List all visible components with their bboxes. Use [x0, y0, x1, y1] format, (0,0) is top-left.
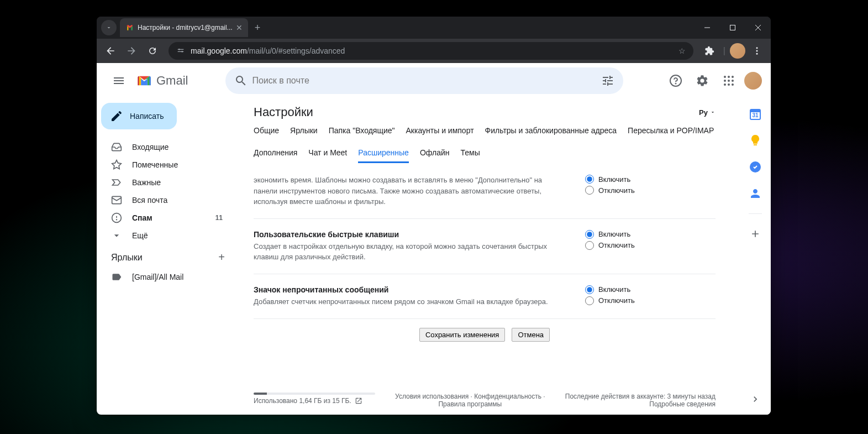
sidebar-item-label: Ещё	[132, 231, 148, 240]
privacy-link[interactable]: Конфиденциальность	[474, 393, 541, 400]
svg-point-9	[728, 76, 730, 78]
settings-tab[interactable]: Фильтры и заблокированные адреса	[485, 126, 617, 139]
apps-button[interactable]	[718, 70, 740, 92]
enable-option[interactable]: Включить	[585, 230, 696, 239]
language-selector[interactable]: Ру	[699, 108, 716, 117]
cancel-button[interactable]: Отмена	[512, 328, 550, 342]
disable-option[interactable]: Отключить	[585, 296, 696, 305]
svg-point-13	[732, 80, 734, 82]
settings-button[interactable]	[691, 70, 713, 92]
compose-button[interactable]: Написать	[101, 103, 177, 129]
gmail-logo-text: Gmail	[156, 74, 188, 88]
sidebar-item-spam[interactable]: Спам11	[97, 209, 229, 227]
disable-option[interactable]: Отключить	[585, 186, 696, 195]
search-input[interactable]	[252, 76, 597, 86]
pencil-icon	[110, 109, 123, 123]
gmail-icon	[136, 73, 152, 88]
inbox-icon	[111, 142, 122, 153]
gmail-favicon	[125, 23, 134, 32]
svg-point-16	[732, 83, 734, 86]
svg-point-12	[728, 80, 730, 82]
sidebar-item-important[interactable]: Важные	[97, 174, 229, 191]
sidebar-item-expand[interactable]: Ещё	[97, 227, 229, 244]
reload-button[interactable]	[143, 41, 162, 60]
bookmark-icon[interactable]: ☆	[678, 46, 686, 55]
enable-option[interactable]: Включить	[585, 285, 696, 294]
search-bar[interactable]	[225, 67, 623, 94]
save-button[interactable]: Сохранить изменения	[419, 328, 506, 342]
forward-button[interactable]	[122, 41, 141, 60]
minimize-button[interactable]	[695, 17, 720, 39]
radio-enable[interactable]	[585, 175, 594, 184]
settings-panel: Настройки Ру ОбщиеЯрлыкиПапка "Входящие"…	[238, 98, 731, 415]
setting-title: Пользовательские быстрые клавиши	[254, 230, 563, 239]
addons-button[interactable]	[749, 227, 762, 240]
settings-tab[interactable]: Пересылка и POP/IMAP	[628, 126, 714, 139]
radio-disable[interactable]	[585, 296, 594, 305]
sidebar-item-mail[interactable]: Вся почта	[97, 191, 229, 209]
tasks-icon[interactable]	[749, 160, 762, 174]
calendar-icon[interactable]: 31	[749, 107, 762, 121]
svg-point-11	[724, 80, 726, 82]
side-panel: 31	[740, 98, 771, 415]
close-window-button[interactable]	[745, 17, 771, 39]
sidebar-item-label: Вся почта	[132, 196, 167, 205]
svg-point-15	[728, 83, 730, 86]
settings-tab[interactable]: Расширенные	[358, 148, 409, 163]
account-avatar[interactable]	[744, 72, 762, 90]
compose-label: Написать	[130, 112, 164, 121]
new-tab-button[interactable]: +	[248, 22, 267, 34]
settings-tab[interactable]: Чат и Meet	[308, 148, 347, 163]
side-panel-toggle[interactable]	[749, 393, 762, 406]
back-button[interactable]	[101, 41, 120, 60]
sidebar-item-inbox[interactable]: Входящие	[97, 138, 229, 156]
add-label-button[interactable]: +	[218, 251, 225, 264]
settings-tab[interactable]: Папка "Входящие"	[329, 126, 395, 139]
expand-icon	[111, 230, 122, 241]
svg-point-2	[181, 51, 183, 53]
radio-disable[interactable]	[585, 241, 594, 250]
storage-progress	[254, 393, 375, 395]
address-bar[interactable]: mail.google.com/mail/u/0/#settings/advan…	[169, 42, 693, 60]
svg-point-14	[724, 83, 726, 86]
main-menu-button[interactable]	[106, 67, 132, 94]
settings-tab[interactable]: Темы	[460, 148, 480, 163]
terms-link[interactable]: Условия использования	[395, 393, 469, 400]
search-icon[interactable]	[230, 74, 252, 87]
settings-tab[interactable]: Ярлыки	[290, 126, 318, 139]
svg-point-8	[724, 76, 726, 78]
settings-tab[interactable]: Общие	[254, 126, 279, 139]
browser-tab[interactable]: Настройки - dmitrycv1@gmail... ✕	[120, 18, 248, 37]
radio-enable[interactable]	[585, 285, 594, 294]
tab-close-icon[interactable]: ✕	[236, 23, 243, 32]
support-button[interactable]	[665, 70, 687, 92]
settings-tab[interactable]: Офлайн	[420, 148, 450, 163]
sidebar-item-star[interactable]: Помеченные	[97, 156, 229, 174]
external-link-icon[interactable]	[355, 397, 362, 405]
search-options-icon[interactable]	[597, 74, 619, 87]
site-info-icon[interactable]	[176, 46, 185, 55]
extensions-button[interactable]	[700, 41, 719, 60]
enable-option[interactable]: Включить	[585, 175, 696, 184]
gmail-logo[interactable]: Gmail	[136, 73, 188, 88]
label-icon	[111, 271, 122, 283]
browser-menu-button[interactable]	[748, 41, 766, 60]
sidebar-item-label: Помеченные	[132, 160, 178, 169]
details-link[interactable]: Подробные сведения	[649, 400, 716, 408]
keep-icon[interactable]	[749, 134, 762, 147]
label-item[interactable]: [Gmail]/All Mail	[97, 268, 229, 286]
radio-disable[interactable]	[585, 186, 594, 195]
profile-button[interactable]	[730, 43, 745, 59]
labels-header: Ярлыки	[111, 253, 143, 263]
svg-point-7	[676, 83, 676, 84]
browser-titlebar: Настройки - dmitrycv1@gmail... ✕ +	[97, 17, 771, 39]
disable-option[interactable]: Отключить	[585, 241, 696, 250]
radio-enable[interactable]	[585, 230, 594, 239]
maximize-button[interactable]	[720, 17, 745, 39]
settings-tab[interactable]: Дополнения	[254, 148, 297, 163]
policies-link[interactable]: Правила программы	[438, 400, 502, 408]
contacts-icon[interactable]	[749, 187, 762, 200]
sidebar-item-label: Важные	[132, 178, 161, 187]
tab-search-button[interactable]	[101, 20, 117, 35]
settings-tab[interactable]: Аккаунты и импорт	[406, 126, 474, 139]
